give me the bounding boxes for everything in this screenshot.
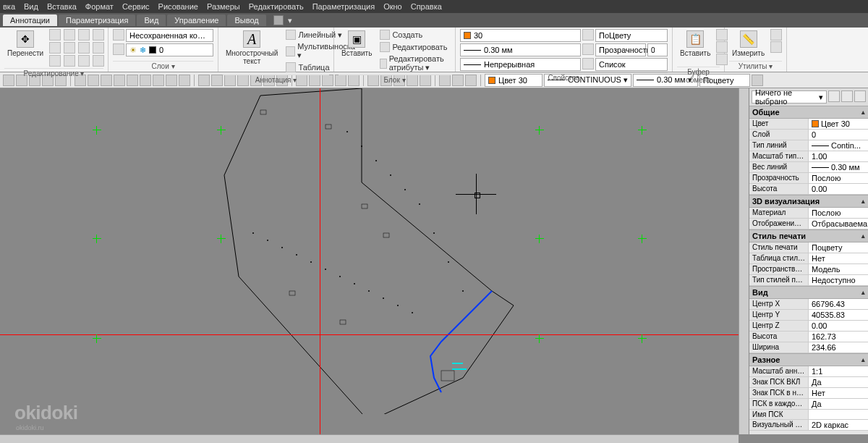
prop-row[interactable]: Масштаб типа л...1.00 bbox=[749, 151, 868, 162]
prop-row[interactable]: Высота0.00 bbox=[749, 184, 868, 195]
rotate-icon[interactable] bbox=[64, 29, 75, 41]
prop-value[interactable]: Нет bbox=[809, 388, 868, 398]
quickselect-icon[interactable] bbox=[828, 90, 840, 102]
prop-value[interactable]: 1.00 bbox=[809, 151, 868, 161]
tool-icon[interactable] bbox=[127, 75, 138, 86]
insert-block-button[interactable]: ▣ Вставить bbox=[339, 29, 375, 59]
prop-value[interactable]: 0.00 bbox=[809, 321, 868, 331]
menu-item[interactable]: Вставка bbox=[47, 2, 77, 11]
prop-row[interactable]: Ширина234.66 bbox=[749, 342, 868, 353]
prop-row[interactable]: Стиль печатиПоцвету bbox=[749, 242, 868, 253]
prop-row[interactable]: Тип стилей печатиНедоступно bbox=[749, 275, 868, 286]
layer-combo[interactable]: ☀❄ 0 bbox=[126, 43, 213, 56]
prop-row[interactable]: Пространство та...Модель bbox=[749, 264, 868, 275]
prop-section-header[interactable]: Вид▴ bbox=[749, 286, 868, 299]
prop-row[interactable]: ЦветЦвет 30 bbox=[749, 119, 868, 130]
prop-row[interactable]: Тип линийContin... bbox=[749, 140, 868, 151]
tool-icon[interactable] bbox=[211, 75, 223, 86]
prop-row[interactable]: Имя ПСК bbox=[749, 410, 868, 420]
ribbon-extra-icon[interactable] bbox=[273, 15, 284, 25]
prop-value[interactable]: Модель bbox=[809, 264, 868, 274]
panel-title-block[interactable]: Блок ▾ bbox=[339, 75, 451, 84]
plotcolor-combo[interactable]: ПоЦвету bbox=[595, 29, 668, 42]
scrollbar-horizontal[interactable] bbox=[0, 434, 739, 443]
edit-attr-button[interactable]: Редактировать атрибуты ▾ bbox=[378, 54, 451, 73]
prop-value[interactable]: Поцвету bbox=[809, 242, 868, 253]
prop-value[interactable]: Нет bbox=[809, 253, 868, 263]
linetype-combo[interactable]: Непрерывная bbox=[460, 58, 581, 71]
tab-view[interactable]: Вид bbox=[137, 14, 166, 26]
tool-icon[interactable] bbox=[198, 75, 210, 86]
menu-item[interactable]: Параметризация bbox=[312, 2, 375, 11]
menu-item[interactable]: Рисование bbox=[158, 2, 198, 11]
trim-icon[interactable] bbox=[78, 29, 90, 41]
pickadd-icon[interactable] bbox=[841, 90, 853, 102]
array-icon[interactable] bbox=[93, 42, 104, 54]
transparency-input[interactable] bbox=[647, 43, 668, 56]
prop-row[interactable]: ПСК в каждом В...Да bbox=[749, 399, 868, 410]
panel-title-utilities[interactable]: Утилиты ▾ bbox=[729, 61, 782, 70]
prop-value[interactable]: 66796.43 bbox=[809, 299, 868, 309]
menu-item[interactable]: Вид bbox=[24, 2, 38, 11]
prop-value[interactable]: Послою bbox=[809, 173, 868, 183]
tool-icon[interactable] bbox=[166, 75, 177, 86]
prop-row[interactable]: Слой0 bbox=[749, 130, 868, 140]
tab-parametrization[interactable]: Параметризация bbox=[59, 14, 135, 26]
prop-section-header[interactable]: Общие▴ bbox=[749, 106, 868, 119]
menu-item[interactable]: Редактировать bbox=[249, 2, 304, 11]
layer-config-combo[interactable]: Несохраненная конфигурация сл bbox=[126, 29, 213, 42]
extend-icon[interactable] bbox=[93, 29, 104, 41]
prop-value[interactable]: Послою bbox=[809, 208, 868, 218]
scale-icon[interactable] bbox=[64, 42, 75, 54]
tool-icon[interactable] bbox=[140, 75, 151, 86]
tool-icon[interactable] bbox=[153, 75, 164, 86]
prop-section-header[interactable]: Разное▴ bbox=[749, 353, 868, 366]
prop-row[interactable]: Отображение те...Отбрасываема... bbox=[749, 219, 868, 229]
prop-row[interactable]: Визуальный стиль2D каркас bbox=[749, 420, 868, 431]
prop-value[interactable]: 40535.83 bbox=[809, 310, 868, 320]
tab-output[interactable]: Вывод bbox=[227, 14, 265, 26]
menu-item[interactable]: вка bbox=[3, 2, 15, 11]
util-icon[interactable] bbox=[770, 29, 782, 41]
selectobj-icon[interactable] bbox=[854, 90, 866, 102]
prop-value[interactable]: Цвет 30 bbox=[809, 119, 868, 129]
layer-icon[interactable] bbox=[113, 43, 124, 55]
menu-item[interactable]: Справка bbox=[411, 2, 442, 11]
prop-value[interactable]: 0.00 bbox=[809, 184, 868, 194]
prop-value[interactable]: 162.73 bbox=[809, 332, 868, 342]
transparency-icon[interactable] bbox=[582, 43, 594, 55]
prop-row[interactable]: Вес линий0.30 мм bbox=[749, 162, 868, 173]
prop-section-header[interactable]: Стиль печати▴ bbox=[749, 229, 868, 242]
prop-row[interactable]: Таблица стилей ...Нет bbox=[749, 253, 868, 264]
erase-icon[interactable] bbox=[93, 55, 104, 67]
menu-item[interactable]: Сервис bbox=[122, 2, 150, 11]
util-icon[interactable] bbox=[770, 41, 782, 53]
prop-row[interactable]: Высота162.73 bbox=[749, 332, 868, 342]
prop-value[interactable]: Отбрасываема... bbox=[809, 219, 868, 229]
prop-row[interactable]: Центр Y40535.83 bbox=[749, 310, 868, 321]
selection-combo[interactable]: Ничего не выбрано▾ bbox=[752, 90, 827, 104]
eyedropper-icon[interactable] bbox=[582, 29, 594, 41]
prop-row[interactable]: ПрозрачностьПослою bbox=[749, 173, 868, 184]
paste-button[interactable]: 📋 Вставить bbox=[677, 29, 713, 59]
prop-row[interactable]: Масштаб аннота...1:1 bbox=[749, 366, 868, 377]
tool-icon[interactable] bbox=[114, 75, 125, 86]
edit-block-button[interactable]: Редактировать bbox=[378, 41, 451, 53]
scrollbar-vertical[interactable] bbox=[739, 88, 749, 434]
prop-value[interactable]: 0 bbox=[809, 130, 868, 140]
prop-value[interactable]: 0.30 мм bbox=[809, 162, 868, 172]
move-button[interactable]: ✥ Перенести bbox=[4, 29, 46, 59]
transparency-combo[interactable]: Прозрачность bbox=[595, 43, 646, 56]
prop-row[interactable]: Центр Z0.00 bbox=[749, 321, 868, 332]
list-icon[interactable] bbox=[582, 58, 594, 69]
prop-value[interactable]: Да bbox=[809, 377, 868, 387]
prop-value[interactable]: Contin... bbox=[809, 140, 868, 151]
prop-value[interactable]: Недоступно bbox=[809, 275, 868, 285]
panel-title-properties[interactable]: Свойства bbox=[460, 72, 668, 82]
menu-item[interactable]: Окно bbox=[383, 2, 402, 11]
color-combo[interactable]: 30 bbox=[460, 29, 581, 42]
prop-row[interactable]: Знак ПСК ВКЛДа bbox=[749, 377, 868, 388]
prop-value[interactable]: 1:1 bbox=[809, 366, 868, 376]
prop-row[interactable]: МатериалПослою bbox=[749, 208, 868, 219]
panel-title-edit[interactable]: Редактирование ▾ bbox=[4, 68, 103, 77]
